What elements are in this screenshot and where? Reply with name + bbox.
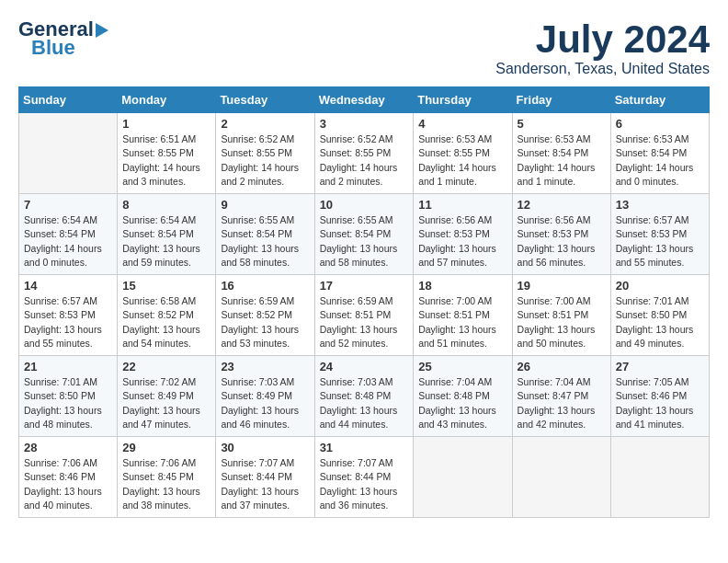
- day-info: Sunrise: 7:01 AM Sunset: 8:50 PM Dayligh…: [24, 375, 112, 431]
- weekday-header-tuesday: Tuesday: [216, 87, 314, 113]
- day-info: Sunrise: 7:01 AM Sunset: 8:50 PM Dayligh…: [616, 294, 704, 350]
- calendar-cell: 25Sunrise: 7:04 AM Sunset: 8:48 PM Dayli…: [414, 356, 512, 437]
- day-number: 2: [221, 117, 309, 131]
- calendar-cell: 23Sunrise: 7:03 AM Sunset: 8:49 PM Dayli…: [216, 356, 314, 437]
- day-number: 15: [122, 279, 210, 293]
- calendar-cell: 8Sunrise: 6:54 AM Sunset: 8:54 PM Daylig…: [118, 194, 216, 275]
- calendar-cell: [414, 437, 512, 518]
- calendar-cell: 13Sunrise: 6:57 AM Sunset: 8:53 PM Dayli…: [610, 194, 709, 275]
- week-row-5: 28Sunrise: 7:06 AM Sunset: 8:46 PM Dayli…: [19, 437, 710, 518]
- day-info: Sunrise: 7:06 AM Sunset: 8:45 PM Dayligh…: [122, 456, 210, 512]
- day-number: 17: [320, 279, 409, 293]
- day-info: Sunrise: 7:00 AM Sunset: 8:51 PM Dayligh…: [418, 294, 506, 350]
- day-number: 5: [518, 117, 606, 131]
- day-number: 24: [320, 360, 409, 373]
- day-number: 7: [24, 198, 112, 212]
- week-row-1: 1Sunrise: 6:51 AM Sunset: 8:55 PM Daylig…: [19, 113, 710, 194]
- calendar-cell: 22Sunrise: 7:02 AM Sunset: 8:49 PM Dayli…: [118, 356, 216, 437]
- day-info: Sunrise: 6:58 AM Sunset: 8:52 PM Dayligh…: [122, 294, 210, 350]
- calendar-cell: 14Sunrise: 6:57 AM Sunset: 8:53 PM Dayli…: [19, 275, 118, 356]
- day-info: Sunrise: 6:55 AM Sunset: 8:54 PM Dayligh…: [221, 213, 309, 270]
- day-number: 12: [518, 198, 606, 212]
- day-info: Sunrise: 6:53 AM Sunset: 8:54 PM Dayligh…: [616, 132, 704, 189]
- calendar-cell: 19Sunrise: 7:00 AM Sunset: 8:51 PM Dayli…: [512, 275, 610, 356]
- day-info: Sunrise: 6:51 AM Sunset: 8:55 PM Dayligh…: [122, 132, 210, 189]
- day-number: 16: [221, 279, 309, 293]
- logo-blue: Blue: [31, 37, 75, 59]
- day-info: Sunrise: 7:07 AM Sunset: 8:44 PM Dayligh…: [221, 456, 309, 512]
- calendar-table: SundayMondayTuesdayWednesdayThursdayFrid…: [18, 86, 710, 518]
- day-number: 18: [418, 279, 506, 293]
- day-info: Sunrise: 7:07 AM Sunset: 8:44 PM Dayligh…: [320, 456, 409, 512]
- calendar-cell: 7Sunrise: 6:54 AM Sunset: 8:54 PM Daylig…: [19, 194, 118, 275]
- weekday-header-sunday: Sunday: [19, 87, 118, 113]
- day-number: 29: [122, 441, 210, 454]
- day-number: 6: [616, 117, 704, 131]
- logo: General Blue: [18, 18, 108, 59]
- day-number: 25: [418, 360, 506, 373]
- day-number: 19: [518, 279, 606, 293]
- weekday-header-monday: Monday: [118, 87, 216, 113]
- calendar-cell: 12Sunrise: 6:56 AM Sunset: 8:53 PM Dayli…: [512, 194, 610, 275]
- weekday-header-thursday: Thursday: [414, 87, 512, 113]
- day-info: Sunrise: 6:57 AM Sunset: 8:53 PM Dayligh…: [616, 213, 704, 270]
- day-info: Sunrise: 7:03 AM Sunset: 8:48 PM Dayligh…: [320, 375, 409, 431]
- calendar-cell: 15Sunrise: 6:58 AM Sunset: 8:52 PM Dayli…: [118, 275, 216, 356]
- calendar-cell: 30Sunrise: 7:07 AM Sunset: 8:44 PM Dayli…: [216, 437, 314, 518]
- day-info: Sunrise: 6:54 AM Sunset: 8:54 PM Dayligh…: [122, 213, 210, 270]
- day-info: Sunrise: 7:06 AM Sunset: 8:46 PM Dayligh…: [24, 456, 112, 512]
- calendar-cell: [610, 437, 709, 518]
- calendar-cell: 16Sunrise: 6:59 AM Sunset: 8:52 PM Dayli…: [216, 275, 314, 356]
- day-number: 8: [122, 198, 210, 212]
- day-info: Sunrise: 6:56 AM Sunset: 8:53 PM Dayligh…: [418, 213, 506, 270]
- weekday-header-wednesday: Wednesday: [314, 87, 414, 113]
- calendar-cell: 26Sunrise: 7:04 AM Sunset: 8:47 PM Dayli…: [512, 356, 610, 437]
- day-info: Sunrise: 7:04 AM Sunset: 8:48 PM Dayligh…: [418, 375, 506, 431]
- day-number: 3: [320, 117, 409, 131]
- month-title: July 2024: [495, 18, 710, 61]
- day-number: 11: [418, 198, 506, 212]
- calendar-cell: 1Sunrise: 6:51 AM Sunset: 8:55 PM Daylig…: [118, 113, 216, 194]
- day-number: 31: [320, 441, 409, 454]
- day-number: 28: [24, 441, 112, 454]
- day-number: 9: [221, 198, 309, 212]
- calendar-cell: 21Sunrise: 7:01 AM Sunset: 8:50 PM Dayli…: [19, 356, 118, 437]
- calendar-cell: 20Sunrise: 7:01 AM Sunset: 8:50 PM Dayli…: [610, 275, 709, 356]
- day-info: Sunrise: 6:59 AM Sunset: 8:51 PM Dayligh…: [320, 294, 409, 350]
- day-info: Sunrise: 6:57 AM Sunset: 8:53 PM Dayligh…: [24, 294, 112, 350]
- day-info: Sunrise: 6:54 AM Sunset: 8:54 PM Dayligh…: [24, 213, 112, 270]
- day-number: 13: [616, 198, 704, 212]
- day-number: 4: [418, 117, 506, 131]
- week-row-4: 21Sunrise: 7:01 AM Sunset: 8:50 PM Dayli…: [19, 356, 710, 437]
- day-info: Sunrise: 6:53 AM Sunset: 8:55 PM Dayligh…: [418, 132, 506, 189]
- day-number: 10: [320, 198, 409, 212]
- week-row-2: 7Sunrise: 6:54 AM Sunset: 8:54 PM Daylig…: [19, 194, 710, 275]
- calendar-cell: [19, 113, 118, 194]
- day-info: Sunrise: 6:56 AM Sunset: 8:53 PM Dayligh…: [518, 213, 606, 270]
- weekday-header-row: SundayMondayTuesdayWednesdayThursdayFrid…: [19, 87, 710, 113]
- day-info: Sunrise: 7:02 AM Sunset: 8:49 PM Dayligh…: [122, 375, 210, 431]
- calendar-cell: [512, 437, 610, 518]
- calendar-cell: 2Sunrise: 6:52 AM Sunset: 8:55 PM Daylig…: [216, 113, 314, 194]
- calendar-cell: 9Sunrise: 6:55 AM Sunset: 8:54 PM Daylig…: [216, 194, 314, 275]
- day-info: Sunrise: 6:53 AM Sunset: 8:54 PM Dayligh…: [518, 132, 606, 189]
- title-area: July 2024 Sanderson, Texas, United State…: [495, 18, 710, 77]
- calendar-cell: 17Sunrise: 6:59 AM Sunset: 8:51 PM Dayli…: [314, 275, 414, 356]
- day-number: 1: [122, 117, 210, 131]
- day-number: 30: [221, 441, 309, 454]
- calendar-cell: 27Sunrise: 7:05 AM Sunset: 8:46 PM Dayli…: [610, 356, 709, 437]
- day-number: 20: [616, 279, 704, 293]
- calendar-cell: 5Sunrise: 6:53 AM Sunset: 8:54 PM Daylig…: [512, 113, 610, 194]
- location: Sanderson, Texas, United States: [495, 61, 710, 77]
- day-info: Sunrise: 7:05 AM Sunset: 8:46 PM Dayligh…: [616, 375, 704, 431]
- day-info: Sunrise: 6:59 AM Sunset: 8:52 PM Dayligh…: [221, 294, 309, 350]
- day-info: Sunrise: 6:55 AM Sunset: 8:54 PM Dayligh…: [320, 213, 409, 270]
- logo-arrow-icon: [96, 23, 108, 38]
- day-info: Sunrise: 7:00 AM Sunset: 8:51 PM Dayligh…: [518, 294, 606, 350]
- day-number: 22: [122, 360, 210, 373]
- calendar-cell: 6Sunrise: 6:53 AM Sunset: 8:54 PM Daylig…: [610, 113, 709, 194]
- weekday-header-friday: Friday: [512, 87, 610, 113]
- week-row-3: 14Sunrise: 6:57 AM Sunset: 8:53 PM Dayli…: [19, 275, 710, 356]
- day-info: Sunrise: 7:04 AM Sunset: 8:47 PM Dayligh…: [518, 375, 606, 431]
- calendar-cell: 29Sunrise: 7:06 AM Sunset: 8:45 PM Dayli…: [118, 437, 216, 518]
